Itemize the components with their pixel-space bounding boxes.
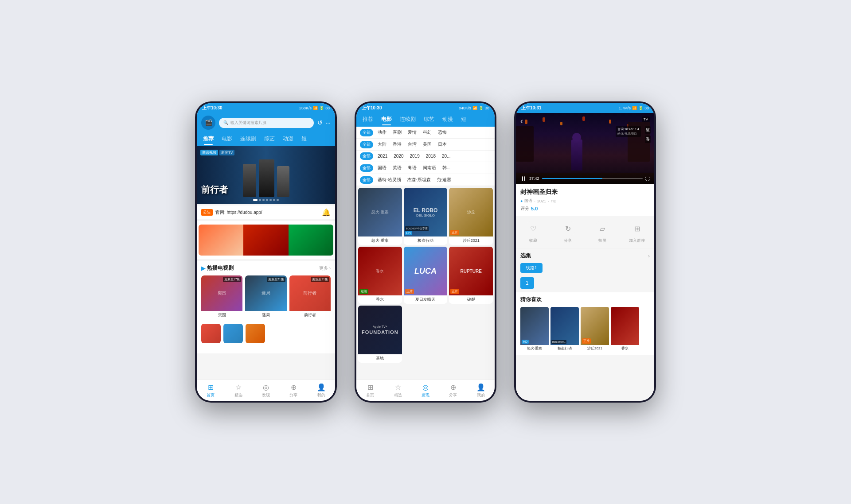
badge-perf: 超清 — [359, 289, 368, 294]
tab-movie-1[interactable]: 电影 — [219, 134, 235, 143]
nav-select-2[interactable]: ☆ 精选 — [384, 380, 411, 401]
rec-dune[interactable]: 正片 沙丘2021 — [581, 307, 609, 352]
filter-vin[interactable]: 范·迪塞 — [435, 176, 453, 184]
tab-recommend-1[interactable]: 推荐 — [200, 134, 216, 143]
tab-short-1[interactable]: 短 — [299, 134, 309, 143]
card-perf[interactable]: 香水 超清 香水 — [358, 247, 402, 304]
action-cast[interactable]: ▱ 投屏 — [594, 221, 610, 244]
cast-label: 投屏 — [598, 238, 606, 244]
filter-horror[interactable]: 恐怖 — [436, 128, 449, 136]
search-bar-1[interactable]: 🔍 输入关键词搜索片源 — [219, 118, 314, 128]
filter-english[interactable]: 英语 — [391, 164, 403, 172]
thumb-3[interactable]: ... — [246, 324, 265, 348]
nav-share-1[interactable]: ⊕ 分享 — [280, 380, 307, 401]
filter-2020[interactable]: 2020 — [392, 153, 405, 159]
tab-short-2[interactable]: 短 — [458, 115, 469, 124]
ep-num-container: 1 — [520, 275, 650, 289]
tab-anime-2[interactable]: 动漫 — [440, 115, 456, 124]
ep-num[interactable]: 1 — [520, 277, 534, 289]
rec-anger[interactable]: HD 怒火·重案 — [520, 307, 549, 352]
nav-home-2[interactable]: ⊞ 首页 — [356, 380, 384, 401]
filter-korean[interactable]: 韩... — [441, 164, 452, 172]
filter-jp[interactable]: 日本 — [436, 140, 449, 148]
rec-grid: HD 怒火·重案 BD1080P... 极盗行动 正片 — [520, 307, 650, 352]
thumb-1[interactable]: ... — [201, 324, 221, 348]
filter-romance[interactable]: 爱情 — [406, 128, 418, 136]
meta-quality: HD — [551, 199, 557, 203]
card-found[interactable]: Apple TV+ FOUNDATION 基地 — [358, 306, 402, 363]
rec-badge-dune: 正片 — [582, 338, 591, 344]
filter-jason[interactable]: 杰森·斯坦森 — [406, 176, 433, 184]
filter-tw[interactable]: 台湾 — [406, 140, 418, 148]
filter-kit[interactable]: 基特·哈灵顿 — [376, 176, 403, 184]
movie-card-2[interactable]: 迷局 更新至21集 迷局 — [245, 275, 286, 319]
filter-tag-genre[interactable]: 全部 — [360, 129, 373, 136]
filter-2017[interactable]: 20... — [440, 153, 452, 159]
action-share[interactable]: ↻ 分享 — [560, 221, 576, 244]
nav-discover-1[interactable]: ◎ 发现 — [252, 380, 280, 401]
filter-mainland[interactable]: 大陆 — [376, 140, 388, 148]
filter-2021[interactable]: 2021 — [376, 153, 389, 159]
tab-recommend-2[interactable]: 推荐 — [360, 115, 376, 124]
tab-series-2[interactable]: 连续剧 — [397, 115, 418, 124]
menu-icon[interactable]: ··· — [325, 119, 331, 126]
filter-minnan[interactable]: 闽南语 — [421, 164, 438, 172]
card-luca[interactable]: LUCA 正片 夏日友晴天 — [404, 247, 448, 304]
title-1: 突围 — [201, 311, 242, 319]
nav-share-2[interactable]: ⊕ 分享 — [439, 380, 467, 401]
filter-hk[interactable]: 香港 — [391, 140, 403, 148]
filter-tag-lang[interactable]: 全部 — [360, 164, 373, 172]
lock-icon[interactable]: 香 — [645, 136, 651, 143]
title-dune: 沙丘2021 — [449, 236, 493, 245]
tab-variety-2[interactable]: 综艺 — [421, 115, 437, 124]
card-anger[interactable]: 怒火·重案 怒火·重案 — [358, 188, 402, 245]
nav-home-1[interactable]: ⊞ 首页 — [197, 380, 224, 401]
movie-card-1[interactable]: 突围 更新至17集 突围 — [201, 275, 242, 319]
filter-cantonese[interactable]: 粤语 — [406, 164, 418, 172]
action-group[interactable]: ⊞ 加入群聊 — [629, 221, 645, 244]
filter-scifi[interactable]: 科幻 — [421, 128, 433, 136]
tab-series-1[interactable]: 连续剧 — [238, 134, 259, 143]
thumb-2[interactable]: ... — [223, 324, 243, 348]
network-speed-2: 840K/s — [459, 106, 471, 110]
pause-icon[interactable]: ⏸ — [520, 175, 527, 182]
tab-variety-1[interactable]: 综艺 — [262, 134, 277, 143]
movie-card-3[interactable]: 前行者 更新至21集 前行者 — [289, 275, 331, 319]
nav-profile-2[interactable]: 👤 我的 — [467, 380, 495, 401]
tab-movie-2[interactable]: 电影 — [379, 115, 394, 124]
speed-icon[interactable]: 醒 — [645, 126, 651, 134]
action-favorite[interactable]: ♡ 收藏 — [525, 221, 541, 244]
filter-comedy[interactable]: 喜剧 — [391, 128, 403, 136]
status-bar-2: 上午10:30 840K/s 📶 🔋 38 — [356, 103, 495, 113]
more-btn-1[interactable]: 更多 › — [319, 265, 331, 271]
card-dune[interactable]: 沙丘 正片 沙丘2021 — [449, 188, 493, 245]
card-rob[interactable]: EL ROBO DEL SIGLO HD BD1080P中文字幕 极盗行动 — [404, 188, 448, 245]
nav-select-1[interactable]: ☆ 精选 — [224, 380, 252, 401]
tab-anime-1[interactable]: 动漫 — [280, 134, 296, 143]
route-btn[interactable]: 线路1 — [520, 263, 650, 273]
filter-us[interactable]: 美国 — [421, 140, 433, 148]
card-rupture[interactable]: RUPTURE 正片 破裂 — [449, 247, 493, 304]
filter-tag-actor[interactable]: 全部 — [360, 176, 373, 184]
filter-2019[interactable]: 2019 — [408, 153, 422, 159]
progress-bar[interactable] — [542, 178, 643, 179]
back-button[interactable]: ‹ — [520, 116, 523, 126]
video-player[interactable]: ⏸ 37:42 ⛶ ‹ TV 台词:16:46/11:4 站优·视觉增益 醒 — [516, 113, 654, 184]
rec-rob[interactable]: BD1080P... 极盗行动 — [550, 307, 579, 352]
nav-profile-1[interactable]: 👤 我的 — [308, 380, 335, 401]
episodes-arrow[interactable]: › — [648, 253, 650, 259]
bell-icon[interactable]: 🔔 — [322, 208, 331, 217]
group-icon: ⊞ — [629, 221, 645, 236]
nav-discover-2[interactable]: ◎ 发现 — [412, 380, 439, 401]
rec-perf[interactable]: 香水 — [611, 307, 639, 352]
filter-2018[interactable]: 2018 — [424, 153, 437, 159]
fullscreen-icon[interactable]: ⛶ — [645, 176, 650, 181]
promo-banner-1[interactable] — [199, 225, 333, 256]
filter-tag-region[interactable]: 全部 — [360, 141, 373, 148]
refresh-icon[interactable]: ↺ — [317, 119, 323, 126]
banner-1[interactable]: 前行者 腾讯视频 新光TV — [197, 146, 335, 204]
filter-mandarin[interactable]: 国语 — [376, 164, 388, 172]
filter-tag-year[interactable]: 全部 — [360, 152, 373, 160]
filter-action[interactable]: 动作 — [376, 128, 388, 136]
wifi-icon-3: 🔋 — [638, 106, 643, 110]
